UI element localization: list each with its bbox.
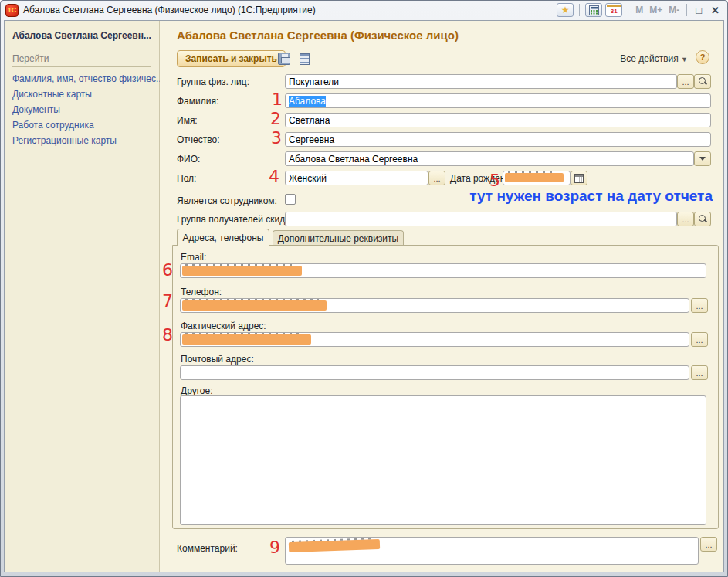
middlename-input[interactable]: Сергеевна — [285, 132, 711, 147]
chevron-down-icon — [699, 157, 706, 161]
annotation-number-1: 1 — [272, 92, 283, 107]
annotation-number-5: 5 — [489, 173, 500, 188]
chevron-down-icon: ▼ — [681, 56, 688, 63]
discount-ellipsis-button[interactable]: ... — [677, 212, 694, 226]
help-button[interactable]: ? — [696, 50, 709, 64]
gender-input[interactable]: Женский — [285, 171, 428, 185]
annotation-number-3: 3 — [271, 131, 282, 146]
is-employee-label: Является сотрудником: — [177, 195, 277, 206]
sidebar-item-employee-work[interactable]: Работа сотрудника — [12, 120, 151, 131]
calculator-button[interactable] — [585, 3, 602, 17]
annotation-number-7: 7 — [162, 294, 173, 309]
form-panel: Абалова Светлана Сергеевна (Физическое л… — [160, 21, 723, 572]
other-textarea[interactable] — [180, 395, 706, 525]
group-label: Группа физ. лиц: — [177, 76, 249, 87]
all-actions-button[interactable]: Все действия ▼ — [620, 53, 688, 64]
sidebar-current-item[interactable]: Абалова Светлана Сергеевн... — [12, 30, 151, 41]
address-label: Фактический адрес: — [181, 321, 266, 331]
email-label: Email: — [181, 252, 206, 263]
lastname-label: Фамилия: — [177, 96, 218, 107]
selected-text: Абалова — [289, 96, 326, 107]
group-search-button[interactable] — [694, 74, 711, 89]
postal-address-label: Почтовый адрес: — [181, 354, 254, 365]
sidebar-item-discount-cards[interactable]: Дисконтные карты — [12, 89, 151, 100]
birthdate-picker-button[interactable] — [571, 171, 587, 185]
favorites-button[interactable]: ★ — [557, 3, 574, 17]
memory-mminus-button[interactable]: M- — [667, 5, 681, 15]
search-icon — [699, 77, 707, 86]
page-title: Абалова Светлана Сергеевна (Физическое л… — [177, 29, 459, 42]
discount-search-button[interactable] — [694, 212, 711, 226]
annotation-note: тут нужен возраст на дату отчета — [469, 188, 713, 205]
addresses-tab-panel: Email: Телефон: ... Фактический адрес: .… — [172, 245, 719, 529]
annotation-number-4: 4 — [269, 169, 279, 185]
search-icon — [699, 215, 707, 223]
firstname-input[interactable]: Светлана — [285, 113, 711, 127]
redaction-phone — [182, 300, 327, 311]
fio-dropdown-button[interactable] — [694, 151, 711, 166]
window-title: Абалова Светлана Сергеевна (Физическое л… — [23, 5, 316, 15]
sidebar-item-documents[interactable]: Документы — [12, 104, 151, 115]
calculator-icon — [589, 5, 599, 15]
phone-ellipsis-button[interactable]: ... — [691, 298, 708, 313]
sidebar-section-go: Перейти — [12, 53, 151, 67]
discount-group-label: Группа получателей скидки: — [177, 214, 297, 225]
fio-label: ФИО: — [177, 154, 200, 165]
redaction-birthdate — [505, 173, 564, 182]
close-button[interactable]: ✕ — [708, 5, 723, 16]
group-ellipsis-button[interactable]: ... — [677, 74, 694, 89]
comment-ellipsis-button[interactable]: ... — [700, 537, 717, 552]
calendar-icon: 31 — [611, 8, 618, 15]
gender-label: Пол: — [177, 173, 196, 184]
redaction-address — [182, 334, 311, 345]
calendar-button[interactable]: 31 — [605, 3, 622, 17]
tab-addresses-phones[interactable]: Адреса, телефоны — [177, 229, 269, 246]
gender-ellipsis-button[interactable]: ... — [428, 171, 445, 185]
save-button[interactable] — [277, 52, 291, 66]
fio-input[interactable]: Абалова Светлана Сергеевна — [285, 151, 694, 166]
memory-m-button[interactable]: M — [634, 5, 645, 15]
annotation-number-2: 2 — [270, 111, 281, 127]
save-and-close-button[interactable]: Записать и закрыть — [177, 50, 286, 67]
comment-label: Комментарий: — [177, 543, 238, 554]
is-employee-checkbox[interactable] — [285, 194, 296, 205]
title-bar: 1C Абалова Светлана Сергеевна (Физическо… — [1, 1, 727, 19]
maximize-button[interactable]: □ — [692, 5, 705, 16]
titlebar-divider — [579, 4, 580, 16]
redaction-email — [182, 266, 302, 276]
list-button[interactable] — [297, 52, 311, 66]
postal-ellipsis-button[interactable]: ... — [691, 365, 708, 380]
group-input[interactable]: Покупатели — [285, 74, 677, 89]
memory-mplus-button[interactable]: M+ — [648, 5, 664, 15]
annotation-number-6: 6 — [162, 263, 173, 278]
1c-logo-icon: 1C — [5, 4, 19, 17]
floppy-icon — [278, 53, 290, 65]
postal-address-input[interactable] — [180, 365, 689, 380]
annotation-number-8: 8 — [162, 328, 173, 343]
address-ellipsis-button[interactable]: ... — [691, 332, 708, 347]
list-icon — [300, 53, 310, 65]
sidebar-item-registration-cards[interactable]: Регистрационные карты — [12, 135, 151, 146]
app-window: 1C Абалова Светлана Сергеевна (Физическо… — [0, 0, 728, 577]
titlebar-divider — [686, 4, 687, 16]
discount-group-input[interactable] — [285, 212, 677, 226]
firstname-label: Имя: — [177, 115, 198, 126]
annotation-number-9: 9 — [269, 540, 280, 555]
lastname-input[interactable]: Абалова — [285, 93, 711, 108]
navigation-sidebar: Абалова Светлана Сергеевн... Перейти Фам… — [5, 21, 160, 572]
other-label: Другое: — [181, 385, 212, 396]
calendar-icon — [574, 174, 584, 183]
tab-additional-attributes[interactable]: Дополнительные реквизиты — [273, 230, 404, 246]
sidebar-item-fio-history[interactable]: Фамилия, имя, отчество физичес... — [12, 73, 151, 84]
star-icon: ★ — [561, 5, 570, 15]
middlename-label: Отчество: — [177, 134, 220, 145]
phone-label: Телефон: — [181, 287, 222, 297]
titlebar-divider — [628, 4, 628, 16]
